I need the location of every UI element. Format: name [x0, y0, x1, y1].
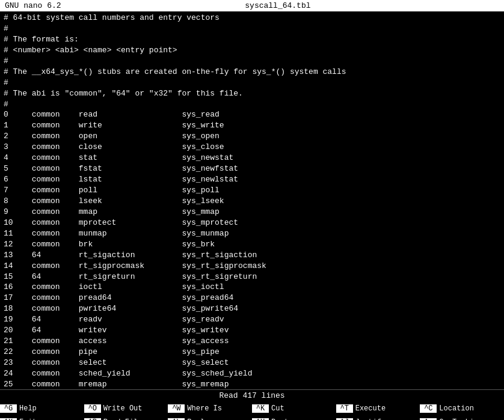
shortcut-row-2: ^XExit^RRead File^\Replace^UPaste^JJusti…: [0, 415, 504, 420]
editor-line: 8 common lseek sys_lseek: [4, 196, 500, 207]
shortcut-key: ^W: [168, 404, 185, 413]
editor-line: 0 common read sys_read: [4, 109, 500, 120]
editor-line: # The abi is "common", "64" or "x32" for…: [4, 88, 500, 99]
editor-line: 3 common close sys_close: [4, 142, 500, 153]
shortcut-key: ^T: [336, 404, 353, 413]
editor-line: # The format is:: [4, 34, 500, 45]
editor-line: # The __x64_sys_*() stubs are created on…: [4, 67, 500, 78]
shortcut-label: Execute: [355, 404, 386, 413]
app-name: GNU nano 6.2: [0, 1, 61, 10]
shortcut-key: ^K: [252, 404, 269, 413]
editor-line: 23 common select sys_select: [4, 358, 500, 368]
shortcut-key: ^_: [420, 418, 437, 421]
shortcut-label: Write Out: [103, 404, 143, 413]
editor-line: 11 common munmap sys_munmap: [4, 228, 500, 239]
shortcut-item[interactable]: ^\Replace: [168, 415, 252, 420]
editor-line: 12 common brk sys_brk: [4, 239, 500, 250]
shortcut-item[interactable]: ^_Go To Line: [420, 415, 504, 420]
editor-line: 4 common stat sys_newstat: [4, 153, 500, 163]
shortcut-label: Paste: [271, 418, 293, 421]
editor-line: # <number> <abi> <name> <entry point>: [4, 45, 500, 56]
editor-line: 22 common pipe sys_pipe: [4, 347, 500, 358]
editor-line: 7 common poll sys_poll: [4, 185, 500, 196]
shortcut-label: Replace: [187, 418, 217, 421]
shortcut-item[interactable]: ^OWrite Out: [84, 401, 168, 415]
editor-line: 13 64 rt_sigaction sys_rt_sigaction: [4, 250, 500, 261]
shortcut-key: ^G: [0, 404, 17, 413]
editor-line: # 64-bit system call numbers and entry v…: [4, 13, 500, 23]
editor-line: 9 common mmap sys_mmap: [4, 207, 500, 218]
shortcut-label: Help: [19, 404, 37, 413]
editor-line: 6 common lstat sys_newlstat: [4, 174, 500, 185]
shortcut-key: ^U: [252, 418, 269, 421]
shortcut-item[interactable]: ^CLocation: [420, 401, 504, 415]
shortcut-label: Exit: [19, 418, 37, 421]
shortcut-label: Justify: [355, 418, 386, 421]
bottom-bar: ^GHelp^OWrite Out^WWhere Is^KCut^TExecut…: [0, 401, 504, 420]
editor-line: 1 common write sys_write: [4, 120, 500, 131]
shortcut-item[interactable]: ^TExecute: [336, 401, 420, 415]
shortcut-item[interactable]: ^WWhere Is: [168, 401, 252, 415]
editor-line: 21 common access sys_access: [4, 336, 500, 347]
editor-line: 2 common open sys_open: [4, 131, 500, 142]
shortcut-item[interactable]: ^UPaste: [252, 415, 336, 420]
shortcut-key: ^C: [420, 404, 437, 413]
shortcut-item[interactable]: ^JJustify: [336, 415, 420, 420]
shortcut-key: ^X: [0, 418, 17, 421]
editor-line: 18 common pwrite64 sys_pwrite64: [4, 303, 500, 314]
shortcut-key: ^O: [84, 404, 101, 413]
editor-line: 15 64 rt_sigreturn sys_rt_sigreturn: [4, 272, 500, 282]
editor-line: 20 64 writev sys_writev: [4, 325, 500, 336]
status-bar: Read 417 lines: [0, 389, 504, 401]
editor-line: 19 64 readv sys_readv: [4, 314, 500, 325]
shortcut-key: ^J: [336, 418, 353, 421]
shortcut-label: Cut: [271, 404, 284, 413]
editor-line: #: [4, 23, 500, 34]
editor-area[interactable]: # 64-bit system call numbers and entry v…: [0, 11, 504, 389]
file-name: syscall_64.tbl: [245, 1, 310, 10]
shortcut-item[interactable]: ^XExit: [0, 415, 84, 420]
shortcut-item[interactable]: ^GHelp: [0, 401, 84, 415]
shortcut-item[interactable]: ^RRead File: [84, 415, 168, 420]
shortcut-label: Location: [439, 404, 474, 413]
shortcut-label: Go To Line: [439, 418, 482, 421]
editor-line: 24 common sched_yield sys_sched_yield: [4, 368, 500, 379]
status-message: Read 417 lines: [214, 391, 289, 401]
shortcut-label: Where Is: [187, 404, 222, 413]
editor-line: 5 common fstat sys_newfstat: [4, 163, 500, 174]
shortcut-item[interactable]: ^KCut: [252, 401, 336, 415]
editor-line: 14 common rt_sigprocmask sys_rt_sigprocm…: [4, 261, 500, 272]
shortcut-row-1: ^GHelp^OWrite Out^WWhere Is^KCut^TExecut…: [0, 401, 504, 415]
title-bar: GNU nano 6.2 syscall_64.tbl: [0, 0, 504, 11]
editor-line: 10 common mprotect sys_mprotect: [4, 218, 500, 228]
editor-line: 16 common ioctl sys_ioctl: [4, 282, 500, 293]
shortcut-label: Read File: [103, 418, 143, 421]
editor-line: 25 common mremap sys_mremap: [4, 379, 500, 389]
editor-line: #: [4, 99, 500, 110]
shortcut-key: ^R: [84, 418, 101, 421]
editor-line: 17 common pread64 sys_pread64: [4, 293, 500, 303]
editor-line: #: [4, 56, 500, 67]
shortcut-key: ^\: [168, 418, 185, 421]
editor-line: #: [4, 78, 500, 88]
